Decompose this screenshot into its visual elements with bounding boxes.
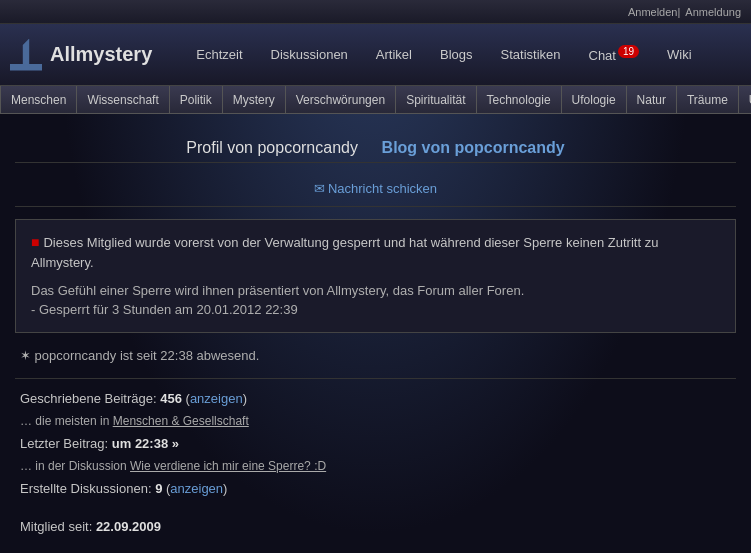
beitraege-anzeigen-link[interactable]: anzeigen: [190, 391, 243, 406]
cat-natur[interactable]: Natur: [627, 86, 677, 114]
mitglied-seit-row: Mitglied seit: 22.09.2009: [15, 519, 736, 534]
letzter-beitrag-link[interactable]: Wie verdiene ich mir eine Sperre? :D: [130, 459, 326, 473]
chat-badge: 19: [618, 45, 639, 58]
cat-technologie[interactable]: Technologie: [477, 86, 562, 114]
cat-nav: Menschen Wissenschaft Politik Mystery Ve…: [0, 86, 751, 114]
topbar-anmeldung[interactable]: Anmeldung: [685, 6, 741, 18]
cat-wissenschaft[interactable]: Wissenschaft: [77, 86, 169, 114]
letzter-beitrag-row: Letzter Beitrag: um 22:38 »: [15, 436, 736, 451]
cat-mystery[interactable]: Mystery: [223, 86, 286, 114]
main-content: Profil von popcorncandy Blog von popcorn…: [0, 114, 751, 553]
mail-icon: ✉: [314, 181, 325, 196]
profile-header: Profil von popcorncandy Blog von popcorn…: [15, 124, 736, 163]
nav-echtzeit[interactable]: Echtzeit: [182, 24, 256, 86]
divider1: [15, 378, 736, 379]
logo-text: Allmystery: [50, 43, 152, 66]
profile-title: Profil von popcorncandy: [186, 139, 358, 156]
beitraege-row: Geschriebene Beiträge: 456 (anzeigen): [15, 391, 736, 406]
cat-politik[interactable]: Politik: [170, 86, 223, 114]
topbar-anmelden[interactable]: Anmelden: [628, 6, 678, 18]
ban-detail1: Das Gefühl einer Sperre wird ihnen präse…: [31, 281, 720, 301]
status-line: ✶ popcorncandy ist seit 22:38 abwesend.: [15, 348, 736, 363]
diskussionen-row: Erstellte Diskussionen: 9 (anzeigen): [15, 481, 736, 496]
nav-blogs[interactable]: Blogs: [426, 24, 487, 86]
cat-ufologie[interactable]: Ufologie: [562, 86, 627, 114]
diskussionen-anzeigen-link[interactable]: anzeigen: [170, 481, 223, 496]
letzter-beitrag-sub: … in der Diskussion Wie verdiene ich mir…: [15, 459, 736, 473]
cat-menschen[interactable]: Menschen: [0, 86, 77, 114]
mitglied-seit-value: 22.09.2009: [96, 519, 161, 534]
message-link[interactable]: ✉Nachricht schicken: [314, 181, 437, 196]
beitraege-sub: … die meisten in Menschen & Gesellschaft: [15, 414, 736, 428]
cat-traeume[interactable]: Träume: [677, 86, 739, 114]
beitraege-kategorie-link[interactable]: Menschen & Gesellschaft: [113, 414, 249, 428]
message-link-area: ✉Nachricht schicken: [15, 173, 736, 207]
diskussionen-count: 9: [155, 481, 162, 496]
ban-notice: ■Dieses Mitglied wurde vorerst von der V…: [15, 219, 736, 333]
cat-spiritualitaet[interactable]: Spiritualität: [396, 86, 476, 114]
letzter-beitrag-value: um 22:38 »: [112, 436, 179, 451]
nav-chat[interactable]: Chat19: [575, 21, 654, 87]
ban-detail2: - Gesperrt für 3 Stunden am 20.01.2012 2…: [31, 300, 720, 320]
ban-main-text: ■Dieses Mitglied wurde vorerst von der V…: [31, 232, 720, 273]
beitraege-count: 456: [160, 391, 182, 406]
nav-diskussionen[interactable]: Diskussionen: [257, 24, 362, 86]
ban-icon: ■: [31, 234, 39, 250]
main-nav: Echtzeit Diskussionen Artikel Blogs Stat…: [182, 21, 741, 87]
nav-wiki[interactable]: Wiki: [653, 24, 706, 86]
header: Allmystery Echtzeit Diskussionen Artikel…: [0, 24, 751, 86]
profile-blog-link[interactable]: Blog von popcorncandy: [382, 139, 565, 156]
nav-statistiken[interactable]: Statistiken: [487, 24, 575, 86]
logo-area: Allmystery: [10, 39, 152, 71]
logo-icon: [10, 39, 42, 71]
cat-umfragen[interactable]: Umfragen: [739, 86, 751, 114]
nav-artikel[interactable]: Artikel: [362, 24, 426, 86]
cat-verschwoerungen[interactable]: Verschwörungen: [286, 86, 396, 114]
